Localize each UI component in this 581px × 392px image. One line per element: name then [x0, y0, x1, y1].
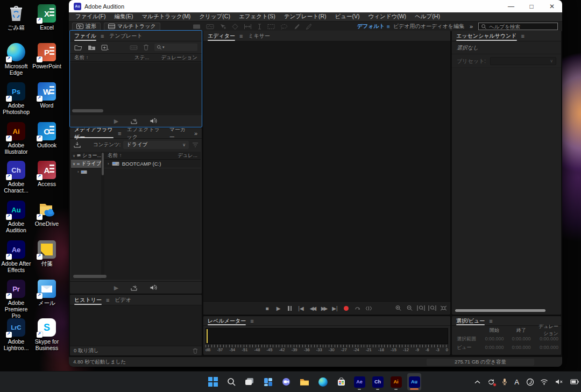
panel-overflow-chevron[interactable]: »: [194, 130, 197, 137]
tree-item-drive-child[interactable]: ›: [71, 168, 101, 176]
view-end-value[interactable]: 0:00.000: [508, 345, 535, 350]
selection-end-value[interactable]: 0:00.000: [508, 336, 535, 341]
marquee-selection-tool-icon[interactable]: [267, 24, 275, 30]
desktop-icon-edge[interactable]: Microsoft Edge: [1, 43, 32, 76]
skip-selection-button[interactable]: [363, 305, 374, 311]
files-list-empty[interactable]: [70, 62, 202, 114]
skip-to-start-button[interactable]: |◀: [295, 305, 307, 311]
selection-start-value[interactable]: 0:00.000: [481, 336, 508, 341]
time-selection-tool-icon[interactable]: [244, 24, 252, 30]
desktop-icon-mail[interactable]: メール: [31, 280, 62, 306]
workspace-description[interactable]: ビデオ用のオーディオを編集: [393, 23, 464, 30]
desktop-icon-audition[interactable]: Au Adobe Audition: [1, 201, 32, 233]
zoom-out-button[interactable]: [404, 305, 415, 311]
skip-to-end-button[interactable]: ▶|: [329, 305, 341, 311]
taskbar-audition-button[interactable]: Au: [407, 373, 421, 390]
razor-tool-icon[interactable]: [232, 24, 238, 30]
zoom-in-time-button[interactable]: [415, 305, 427, 311]
level-meter-menu-icon[interactable]: ≡: [250, 318, 253, 324]
maximize-button[interactable]: □: [521, 0, 542, 12]
help-search-box[interactable]: [478, 23, 558, 30]
media-hscrollbar[interactable]: [73, 275, 107, 278]
column-status[interactable]: ステ...: [134, 54, 149, 61]
open-file-icon[interactable]: [74, 45, 82, 51]
tab-editor[interactable]: エディター: [208, 31, 235, 41]
store-button[interactable]: [334, 373, 348, 390]
batch-process-icon[interactable]: [130, 45, 138, 51]
desktop-icon-powerpoint[interactable]: P PowerPoint: [31, 43, 62, 69]
edge-button[interactable]: [316, 373, 330, 390]
menu-templates[interactable]: テンプレート(R): [280, 13, 331, 20]
waveform-mode-button[interactable]: 波形: [72, 23, 101, 31]
autoplay-icon[interactable]: [130, 284, 138, 291]
lasso-selection-tool-icon[interactable]: [280, 24, 288, 30]
view-duration-value[interactable]: 0:00.000: [535, 345, 561, 350]
paintbrush-tool-icon[interactable]: [293, 24, 300, 30]
tree-item-drives[interactable]: ∨ ドライブ: [71, 160, 101, 168]
autoplay-icon[interactable]: [130, 118, 138, 124]
desktop-icon-premiere-pro[interactable]: Pr Adobe Premiere Pro: [1, 280, 32, 319]
workspace-selector[interactable]: デフォルト: [357, 23, 385, 30]
column-name[interactable]: 名前 ↑: [74, 54, 88, 61]
ibeam-tool-icon[interactable]: [257, 24, 262, 30]
column-duration[interactable]: デュレーション: [161, 54, 197, 61]
desktop-icon-after-effects[interactable]: Ae Adobe After Effects: [1, 240, 32, 273]
play-button[interactable]: ▶: [273, 305, 284, 311]
import-file-icon[interactable]: [88, 45, 96, 51]
selection-duration-value[interactable]: 0:00.000: [535, 336, 561, 341]
editor-canvas-empty[interactable]: [203, 41, 450, 301]
loop-speaker-icon[interactable]: [150, 284, 158, 291]
fast-forward-button[interactable]: ▶▶: [318, 305, 329, 311]
preset-dropdown-disabled[interactable]: ∨: [490, 57, 556, 65]
history-panel-menu-icon[interactable]: ≡: [106, 297, 109, 303]
chat-button[interactable]: [279, 373, 293, 390]
file-explorer-button[interactable]: [297, 373, 311, 390]
wifi-icon[interactable]: [540, 379, 548, 385]
desktop-icon-word[interactable]: W Word: [31, 82, 62, 109]
menu-file[interactable]: ファイル(F): [71, 13, 110, 20]
stop-button[interactable]: ■: [261, 305, 273, 311]
search-button[interactable]: [224, 373, 238, 390]
menu-clip[interactable]: クリップ(C): [195, 13, 235, 20]
menu-effects[interactable]: エフェクト(S): [235, 13, 280, 20]
desktop-icon-illustrator[interactable]: Ai Adobe Illustrator: [1, 122, 32, 155]
minimize-button[interactable]: —: [501, 0, 521, 12]
new-file-icon[interactable]: [101, 45, 109, 51]
desktop-icon-access[interactable]: A Access: [31, 161, 62, 187]
spectral-frequency-tool-icon[interactable]: [193, 24, 201, 30]
selection-view-menu-icon[interactable]: ≡: [489, 318, 492, 324]
files-search-field[interactable]: ▾: [154, 44, 197, 51]
tab-templates[interactable]: テンプレート: [109, 31, 142, 41]
help-search-input[interactable]: [489, 24, 552, 30]
desktop-icon-lightroom[interactable]: LrC Adobe Lightroo...: [1, 318, 32, 351]
essential-sound-menu-icon[interactable]: ≡: [521, 33, 525, 39]
zoom-out-time-button[interactable]: [427, 305, 438, 311]
essential-hscrollbar[interactable]: [455, 309, 545, 312]
preview-play-button[interactable]: ▶: [114, 284, 118, 291]
rewind-button[interactable]: ◀◀: [307, 305, 318, 311]
multitrack-mode-button[interactable]: マルチトラック: [104, 23, 160, 31]
history-list-empty[interactable]: [70, 305, 202, 346]
trash-icon[interactable]: [143, 44, 149, 51]
ime-mode-indicator[interactable]: A: [514, 378, 519, 386]
media-filter-icon[interactable]: [192, 142, 199, 148]
task-view-button[interactable]: [243, 373, 257, 390]
start-button[interactable]: [206, 373, 220, 390]
widgets-button[interactable]: [261, 373, 275, 390]
tab-history[interactable]: ヒストリー: [74, 295, 102, 305]
zoom-in-button[interactable]: [393, 305, 404, 311]
view-start-value[interactable]: 0:00.000: [481, 345, 508, 350]
pause-button[interactable]: [284, 306, 295, 311]
title-bar[interactable]: Au Adobe Audition — □ ✕: [69, 0, 562, 12]
tab-mixer[interactable]: ミキサー: [248, 31, 270, 41]
close-button[interactable]: ✕: [542, 0, 562, 12]
tab-video[interactable]: ビデオ: [115, 295, 131, 305]
tab-essential-sound[interactable]: エッセンシャルサウンド: [456, 31, 517, 41]
column-duration[interactable]: デュレ...: [178, 152, 197, 159]
menu-help[interactable]: ヘルプ(H): [410, 13, 444, 20]
tray-expand-chevron[interactable]: [474, 380, 480, 384]
tab-level-meter[interactable]: レベルメーター: [208, 316, 246, 326]
desktop-icon-outlook[interactable]: O Outlook: [31, 122, 62, 148]
taskbar-character-animator-button[interactable]: Ch: [371, 373, 385, 390]
volume-icon[interactable]: [555, 379, 563, 385]
